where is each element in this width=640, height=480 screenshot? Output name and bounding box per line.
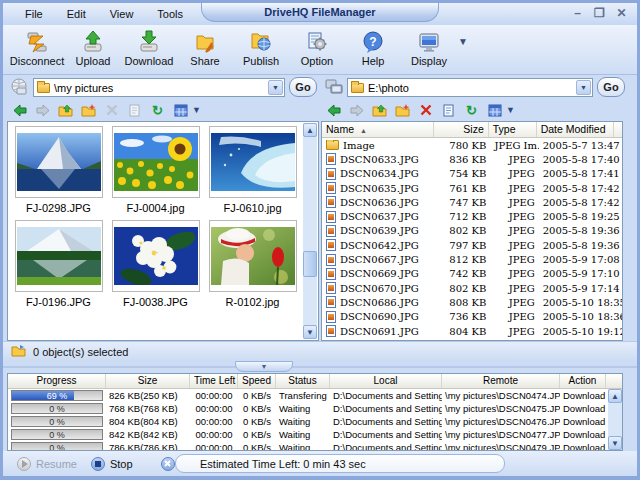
thumbnail-item[interactable]: FJ-0610.jpg [204, 126, 301, 214]
disconnect-label: Disconnect [10, 55, 64, 67]
transfer-row[interactable]: 0 % 786 KB(786 KB) 00:00:00 0 KB/s Waiti… [8, 441, 622, 451]
refresh-icon[interactable]: ↻ [463, 102, 480, 118]
thumbnail-filename: FJ-0038.JPG [123, 296, 188, 308]
file-row[interactable]: DSCN0686.JPG 808 KB JPEG 2005-5-10 18:35 [322, 295, 622, 309]
thumbnail-item[interactable]: FJ-0038.JPG [107, 220, 204, 308]
file-row[interactable]: DSCN0642.JPG 797 KB JPEG 2005-5-8 19:36 [322, 238, 622, 252]
new-folder-icon[interactable] [394, 102, 411, 118]
disconnect-button[interactable]: Disconnect [9, 28, 65, 72]
transfer-row[interactable]: 0 % 768 KB(768 KB) 00:00:00 0 KB/s Waiti… [8, 402, 622, 415]
thumbnail-item[interactable]: FJ-0298.JPG [10, 126, 107, 214]
column-header-name[interactable]: Name ▲ [322, 122, 434, 137]
maximize-button[interactable]: ❐ [592, 5, 607, 20]
stop-button[interactable]: Stop [91, 457, 133, 471]
column-header-size[interactable]: Size [106, 374, 190, 388]
remote-path-combobox[interactable]: E:\photo ▼ [347, 78, 593, 97]
transfer-row[interactable]: 69 % 826 KB(250 KB) 00:00:00 0 KB/s Tran… [8, 389, 622, 402]
file-row[interactable]: DSCN0690.JPG 736 KB JPEG 2005-5-10 18:36 [322, 310, 622, 324]
column-header-progress[interactable]: Progress [8, 374, 106, 388]
file-row[interactable]: DSCN0639.JPG 802 KB JPEG 2005-5-8 19:36 [322, 224, 622, 238]
file-row[interactable]: DSCN0637.JPG 712 KB JPEG 2005-5-8 19:25 [322, 209, 622, 223]
menu-file[interactable]: File [13, 6, 55, 22]
collapse-transfer-tab[interactable]: ▼ [235, 361, 293, 372]
file-row[interactable]: DSCN0634.JPG 754 KB JPEG 2005-5-8 17:41 [322, 167, 622, 181]
option-button[interactable]: Option [289, 28, 345, 72]
display-button[interactable]: Display [401, 28, 457, 72]
up-folder-icon[interactable] [371, 102, 388, 118]
share-button[interactable]: Share [177, 28, 233, 72]
file-row[interactable]: DSCN0635.JPG 761 KB JPEG 2005-5-8 17:42 [322, 181, 622, 195]
back-icon[interactable] [11, 102, 28, 118]
remote-path-combo-caret[interactable]: ▼ [576, 80, 591, 95]
scroll-up-icon[interactable]: ▲ [608, 389, 622, 403]
thumbnail-item[interactable]: FJ-0004.jpg [107, 126, 204, 214]
address-row: \my pictures ▼ Go E:\photo ▼ Go [3, 75, 637, 101]
file-row[interactable]: DSCN0633.JPG 836 KB JPEG 2005-5-8 17:40 [322, 152, 622, 166]
back-icon[interactable] [325, 102, 342, 118]
file-row[interactable]: DSCN0691.JPG 804 KB JPEG 2005-5-10 19:12 [322, 324, 622, 338]
local-pane-scrollbar[interactable]: ▲ ▼ [303, 123, 317, 339]
transfer-scrollbar[interactable]: ▲ ▼ [608, 389, 622, 450]
transfer-queue: Progress Size Time Left Speed Status Loc… [7, 373, 623, 451]
thumbnail-item[interactable]: R-0102.jpg [204, 220, 301, 308]
views-icon[interactable] [486, 102, 503, 118]
transfer-row[interactable]: 0 % 804 KB(804 KB) 00:00:00 0 KB/s Waiti… [8, 415, 622, 428]
column-header-remote[interactable]: Remote [442, 374, 560, 388]
new-folder-icon[interactable] [80, 102, 97, 118]
remote-go-button[interactable]: Go [597, 77, 625, 97]
image-file-icon [326, 225, 336, 237]
column-header-local[interactable]: Local [330, 374, 442, 388]
properties-icon[interactable] [440, 102, 457, 118]
menu-tools[interactable]: Tools [145, 6, 195, 22]
menu-edit[interactable]: Edit [55, 6, 98, 22]
file-row[interactable]: DSCN0667.JPG 812 KB JPEG 2005-5-9 17:08 [322, 252, 622, 266]
column-header-speed[interactable]: Speed [238, 374, 276, 388]
file-row[interactable]: Image 780 KB JPEG Im... 2005-5-7 13:47 [322, 138, 622, 152]
close-button[interactable]: ✕ [614, 5, 629, 20]
column-header-type[interactable]: Type [489, 122, 537, 137]
photo-sunflowers [112, 126, 200, 198]
local-path-combobox[interactable]: \my pictures ▼ [33, 78, 285, 97]
column-header-size[interactable]: Size [434, 122, 489, 137]
image-file-icon [326, 254, 336, 266]
views-dropdown-caret[interactable]: ▼ [506, 105, 515, 115]
download-button[interactable]: Download [121, 28, 177, 72]
scrollbar-thumb[interactable] [303, 251, 317, 277]
column-header-date[interactable]: Date Modified [537, 122, 614, 137]
refresh-icon[interactable]: ↻ [149, 102, 166, 118]
local-go-button[interactable]: Go [289, 77, 317, 97]
image-file-icon [326, 196, 336, 208]
column-header-status[interactable]: Status [276, 374, 330, 388]
progress-bar: 69 % [11, 390, 103, 401]
column-header-action[interactable]: Action [560, 374, 606, 388]
display-dropdown-caret[interactable]: ▼ [458, 36, 468, 47]
scroll-up-icon[interactable]: ▲ [303, 123, 317, 137]
local-mini-toolbar: ↻ ▼ [11, 102, 201, 118]
minimize-button[interactable]: – [570, 5, 585, 20]
download-label: Download [125, 55, 174, 67]
scroll-down-icon[interactable]: ▼ [608, 436, 622, 450]
delete-icon[interactable] [417, 102, 434, 118]
upload-button[interactable]: Upload [65, 28, 121, 72]
menu-view[interactable]: View [98, 6, 146, 22]
thumbnail-item[interactable]: FJ-0196.JPG [10, 220, 107, 308]
file-row[interactable]: DSCN0670.JPG 802 KB JPEG 2005-5-9 17:14 [322, 281, 622, 295]
scroll-down-icon[interactable]: ▼ [303, 325, 317, 339]
views-icon[interactable] [172, 102, 189, 118]
main-toolbar: Disconnect Upload Download [3, 25, 637, 75]
image-file-icon [326, 296, 336, 308]
column-header-time-left[interactable]: Time Left [190, 374, 238, 388]
transfer-row[interactable]: 0 % 842 KB(842 KB) 00:00:00 0 KB/s Waiti… [8, 428, 622, 441]
file-row[interactable]: DSCN0636.JPG 747 KB JPEG 2005-5-8 17:42 [322, 195, 622, 209]
photo-white-flowers [112, 220, 200, 292]
file-row[interactable]: DSCN0669.JPG 742 KB JPEG 2005-5-9 17:10 [322, 267, 622, 281]
local-computer-icon [9, 78, 29, 96]
image-file-icon [326, 182, 336, 194]
up-folder-icon[interactable] [57, 102, 74, 118]
help-button[interactable]: ? Help [345, 28, 401, 72]
views-dropdown-caret[interactable]: ▼ [192, 105, 201, 115]
transfer-list: 69 % 826 KB(250 KB) 00:00:00 0 KB/s Tran… [8, 389, 622, 451]
transfer-header: Progress Size Time Left Speed Status Loc… [8, 374, 622, 389]
local-path-combo-caret[interactable]: ▼ [268, 80, 283, 95]
publish-button[interactable]: Publish [233, 28, 289, 72]
